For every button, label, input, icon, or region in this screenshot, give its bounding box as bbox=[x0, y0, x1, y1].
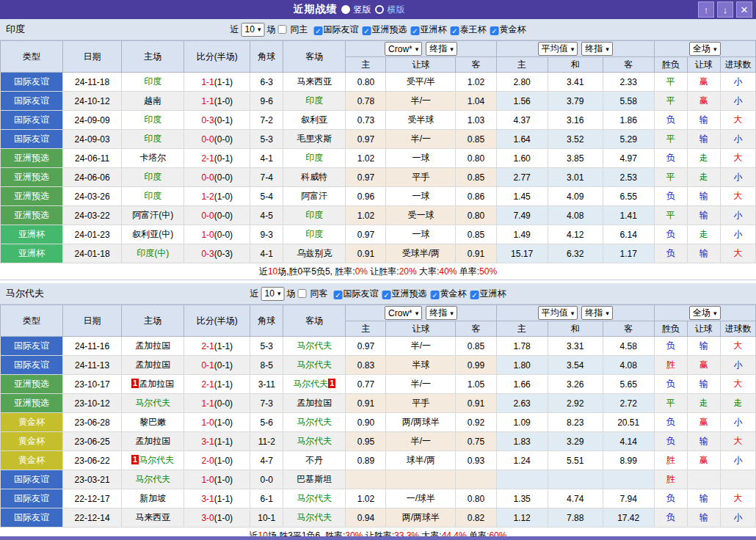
match-date: 24-06-11 bbox=[63, 149, 122, 168]
match-row: 国际友谊24-09-03印度0-0(0-0)5-3毛里求斯0.97半/一0.85… bbox=[1, 130, 756, 149]
col-header-wdl: 胜负 bbox=[654, 57, 687, 73]
match-score: 0-3(0-1) bbox=[184, 111, 250, 130]
match-score: 1-1(1-1) bbox=[184, 73, 250, 92]
fulltime-select[interactable]: 全场▾ bbox=[689, 306, 721, 320]
away-team-name: 马来西亚 bbox=[297, 76, 332, 87]
same-venue-label[interactable]: 同客 bbox=[310, 288, 327, 300]
radio-vertical-layout[interactable] bbox=[341, 5, 350, 14]
col-header-wdl: 胜负 bbox=[654, 321, 687, 337]
same-venue-label[interactable]: 同主 bbox=[290, 23, 308, 36]
away-team-name: 马尔代夫 bbox=[297, 340, 332, 351]
avg-draw-odds: 6.32 bbox=[548, 244, 603, 263]
avg-value: 平均值 bbox=[542, 43, 568, 55]
move-down-button[interactable]: ↓ bbox=[717, 1, 733, 18]
competition-filter[interactable]: ✓黄金杯 bbox=[430, 288, 466, 299]
competition-filter[interactable]: ✓亚洲杯 bbox=[470, 288, 506, 299]
avg-home-odds: 1.78 bbox=[496, 337, 548, 356]
odds-final-value: 终指 bbox=[429, 43, 447, 55]
col-header-handicap-result: 让球 bbox=[687, 57, 720, 73]
result-text: 小 bbox=[733, 95, 742, 106]
summary-segment: 近 bbox=[259, 266, 268, 277]
handicap-home-odds: 0.91 bbox=[346, 394, 386, 413]
competition-filter[interactable]: ✓国际友谊 bbox=[333, 288, 378, 299]
competition-filter[interactable]: ✓亚洲预选 bbox=[382, 288, 426, 299]
team-name: 马尔代夫 bbox=[6, 287, 44, 300]
checkbox-checked-icon[interactable]: ✓ bbox=[430, 291, 439, 299]
match-date: 24-06-06 bbox=[63, 168, 122, 187]
home-team: 1孟加拉国 bbox=[122, 375, 184, 394]
checkbox-checked-icon[interactable]: ✓ bbox=[470, 291, 479, 299]
odds-source-select[interactable]: Crow*▾ bbox=[385, 42, 422, 56]
away-team: 印度 bbox=[283, 206, 346, 225]
checkbox-checked-icon[interactable]: ✓ bbox=[450, 26, 459, 35]
match-date: 24-03-22 bbox=[63, 206, 122, 225]
match-date: 22-12-14 bbox=[63, 508, 122, 528]
team-section-india: 印度 近 10 ▾ 场 同主 ✓国际友谊✓亚洲预选✓亚洲杯✓泰王杯✓黄金杯 类型… bbox=[0, 19, 756, 280]
avg-final-select[interactable]: 终指▾ bbox=[581, 306, 613, 320]
competition-filter[interactable]: ✓亚洲杯 bbox=[410, 24, 446, 34]
fulltime-select[interactable]: 全场▾ bbox=[689, 42, 721, 56]
match-row: 亚洲预选24-06-06印度0-0(0-0)7-4科威特0.97平手0.852.… bbox=[1, 168, 756, 187]
result-text: 小 bbox=[733, 229, 742, 239]
close-button[interactable]: ✕ bbox=[736, 1, 752, 18]
home-team: 1马尔代夫 bbox=[122, 451, 184, 470]
result-handicap: 走 bbox=[687, 225, 720, 244]
col-header-away: 客场 bbox=[283, 305, 346, 337]
corner-score: 3-11 bbox=[250, 375, 283, 394]
avg-away-odds: 4.58 bbox=[603, 337, 654, 356]
fulltime-score: 2-1 bbox=[201, 341, 214, 351]
fulltime-score: 1-1 bbox=[201, 398, 214, 409]
checkbox-checked-icon[interactable]: ✓ bbox=[410, 26, 419, 35]
away-team: 阿富汗 bbox=[283, 187, 346, 206]
competition-filter[interactable]: ✓泰王杯 bbox=[450, 24, 486, 34]
avg-final-select[interactable]: 终指▾ bbox=[581, 42, 613, 56]
odds-final-select[interactable]: 终指▾ bbox=[426, 306, 457, 320]
same-venue-checkbox[interactable] bbox=[277, 25, 286, 34]
handicap-away-odds: 0.80 bbox=[456, 206, 496, 225]
checkbox-checked-icon[interactable]: ✓ bbox=[382, 291, 390, 299]
avg-select[interactable]: 平均值▾ bbox=[538, 42, 578, 56]
avg-select[interactable]: 平均值▾ bbox=[538, 306, 578, 320]
odds-source-select[interactable]: Crow*▾ bbox=[385, 306, 422, 320]
match-count-select[interactable]: 10 ▾ bbox=[241, 23, 265, 37]
odds-final-select[interactable]: 终指▾ bbox=[426, 42, 457, 56]
away-team-name: 印度 bbox=[305, 210, 323, 220]
match-type-badge: 黄金杯 bbox=[1, 413, 63, 432]
handicap-home-odds: 1.02 bbox=[346, 489, 386, 508]
match-score: 0-0(0-0) bbox=[184, 130, 250, 149]
fulltime-score: 1-0 bbox=[201, 475, 214, 485]
handicap-line: 一球 bbox=[386, 225, 456, 244]
avg-home-odds: 1.24 bbox=[496, 451, 548, 470]
radio-vertical-label[interactable]: 竖版 bbox=[354, 4, 371, 16]
result-text: 胜 bbox=[666, 455, 675, 465]
match-type-badge: 国际友谊 bbox=[1, 489, 63, 508]
same-venue-checkbox[interactable] bbox=[297, 289, 306, 298]
match-score: 1-1(1-0) bbox=[184, 92, 250, 111]
handicap-home-odds: 0.96 bbox=[346, 187, 386, 206]
result-handicap: 输 bbox=[687, 337, 720, 356]
avg-away-odds: 6.14 bbox=[603, 225, 654, 244]
move-up-button[interactable]: ↑ bbox=[698, 1, 714, 18]
avg-home-odds bbox=[496, 470, 548, 489]
competition-filter[interactable]: ✓亚洲预选 bbox=[362, 24, 407, 34]
match-type-badge: 国际友谊 bbox=[1, 111, 63, 130]
avg-home-odds: 1.45 bbox=[496, 187, 548, 206]
competition-filter[interactable]: ✓黄金杯 bbox=[490, 24, 526, 34]
match-table-body: 国际友谊24-11-18印度1-1(1-1)6-3马来西亚0.80受平/半1.0… bbox=[1, 73, 756, 263]
radio-horizontal-layout[interactable] bbox=[375, 5, 384, 14]
away-team-name: 印度 bbox=[305, 95, 323, 106]
avg-draw-odds: 5.51 bbox=[548, 451, 603, 470]
match-count-select[interactable]: 10 ▾ bbox=[261, 287, 285, 301]
result-handicap: 输 bbox=[687, 489, 720, 508]
checkbox-checked-icon[interactable]: ✓ bbox=[333, 291, 342, 299]
checkbox-checked-icon[interactable]: ✓ bbox=[313, 26, 322, 35]
handicap-home-odds: 1.02 bbox=[346, 206, 386, 225]
home-team-name: 阿富汗(中) bbox=[132, 210, 173, 220]
radio-horizontal-label[interactable]: 横版 bbox=[388, 4, 405, 16]
avg-home-odds: 1.56 bbox=[496, 92, 548, 111]
match-date: 24-11-13 bbox=[63, 356, 122, 375]
checkbox-checked-icon[interactable]: ✓ bbox=[490, 26, 498, 35]
checkbox-checked-icon[interactable]: ✓ bbox=[362, 26, 371, 35]
competition-filter[interactable]: ✓国际友谊 bbox=[313, 24, 358, 34]
chevron-down-icon: ▾ bbox=[450, 45, 454, 53]
